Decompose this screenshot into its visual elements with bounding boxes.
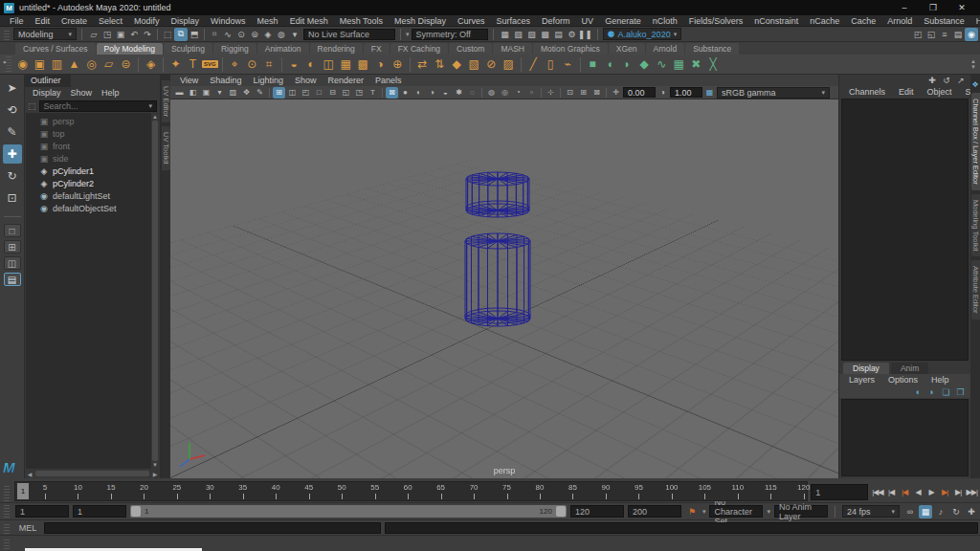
tool-settings-toggle-icon[interactable]: ◉ bbox=[965, 28, 978, 41]
shelf-tab-custom[interactable]: Custom bbox=[449, 43, 492, 55]
outliner-menu-display[interactable]: Display bbox=[29, 87, 65, 99]
layout-graph-icon[interactable]: ◱ bbox=[340, 87, 352, 99]
drag-grip[interactable] bbox=[4, 29, 10, 40]
fill-hole-icon[interactable]: ▦ bbox=[338, 56, 354, 73]
render-sequence-icon[interactable]: ▤ bbox=[552, 28, 566, 41]
zero-transform-icon[interactable]: ⌗ bbox=[261, 56, 278, 73]
character-controls-icon[interactable]: ◱ bbox=[924, 28, 938, 41]
hypershade-icon[interactable]: ▩ bbox=[539, 28, 552, 41]
outliner-search-input[interactable]: Search... ▾ bbox=[39, 100, 157, 112]
paint-select-tool[interactable]: ✎ bbox=[3, 122, 22, 142]
shaded-mode-icon[interactable]: ● bbox=[399, 87, 412, 99]
auto-key-icon[interactable]: ✚ bbox=[965, 505, 978, 518]
menu-windows[interactable]: Windows bbox=[205, 15, 252, 27]
viewport-menu-lighting[interactable]: Lighting bbox=[247, 75, 289, 86]
minimize-button[interactable]: – bbox=[890, 0, 919, 15]
select-component-icon[interactable]: ⬒ bbox=[188, 28, 201, 41]
shelf-tab-arnold[interactable]: Arnold bbox=[646, 43, 685, 55]
playback-end-field[interactable]: 120 bbox=[570, 505, 624, 518]
extrude-icon[interactable]: ⇄ bbox=[414, 56, 431, 73]
shelf-menu-icon[interactable]: ▪ bbox=[3, 57, 6, 67]
layout-outliner-icon[interactable]: ⊟ bbox=[326, 87, 339, 99]
quad-draw-icon[interactable]: ▧ bbox=[466, 56, 482, 73]
isolate-select-icon[interactable]: ◔ bbox=[512, 87, 524, 99]
shelf-tab-rendering[interactable]: Rendering bbox=[310, 43, 363, 55]
chevron-down-icon[interactable]: ▾ bbox=[767, 508, 770, 516]
menu-surfaces[interactable]: Surfaces bbox=[491, 15, 537, 27]
channel-box-menu-object[interactable]: Object bbox=[922, 86, 958, 98]
outliner-item-defaultobjectset[interactable]: ◉defaultObjectSet bbox=[26, 202, 159, 214]
snap-projected-center-icon[interactable]: ⊚ bbox=[248, 28, 261, 41]
bridge-icon[interactable]: ⇅ bbox=[432, 56, 448, 73]
layout-four-icon[interactable]: □ bbox=[313, 87, 325, 99]
boolean-icon[interactable]: ▨ bbox=[501, 56, 517, 73]
keyframe-icon[interactable]: ⚑ bbox=[685, 505, 699, 518]
snap-grid-icon[interactable]: ⌗ bbox=[208, 28, 221, 41]
command-input[interactable] bbox=[44, 522, 381, 534]
outliner-item-top[interactable]: ▣top bbox=[26, 127, 159, 140]
move-tool[interactable]: ✚ bbox=[3, 144, 22, 164]
uv-cut-icon[interactable]: ◖ bbox=[602, 56, 618, 73]
outliner-item-pcylinder1[interactable]: ◈pCylinder1 bbox=[26, 165, 159, 177]
move-layer-down-icon[interactable]: ◗ bbox=[925, 386, 938, 398]
color-management-icon[interactable]: ▦ bbox=[703, 87, 716, 99]
remesh-icon[interactable]: ▩ bbox=[355, 56, 371, 73]
close-button[interactable]: ✕ bbox=[947, 0, 976, 15]
menu-display[interactable]: Display bbox=[166, 15, 206, 27]
step-back-frame-button[interactable]: |◀ bbox=[885, 484, 898, 499]
frame-selected-icon[interactable]: ⊹ bbox=[545, 87, 557, 99]
animation-end-field[interactable]: 200 bbox=[628, 505, 681, 518]
layer-menu-layers[interactable]: Layers bbox=[843, 374, 880, 386]
scroll-right-icon[interactable]: ▶ bbox=[150, 471, 160, 477]
create-empty-layer-icon[interactable]: ❏ bbox=[940, 386, 952, 398]
type-text-icon[interactable]: T bbox=[185, 56, 201, 73]
sidebar-icon[interactable]: ❖ bbox=[971, 80, 978, 89]
pan-zoom-icon[interactable]: ✥ bbox=[240, 87, 253, 99]
viewport-menu-renderer[interactable]: Renderer bbox=[322, 75, 369, 86]
panel-tab-uv-editor[interactable]: UV Editor bbox=[162, 80, 170, 122]
channel-manip-icon[interactable]: ✚ bbox=[926, 76, 938, 86]
viewport-menu-panels[interactable]: Panels bbox=[369, 75, 408, 86]
save-scene-icon[interactable]: ▣ bbox=[114, 28, 127, 41]
poly-cylinder-icon[interactable]: ▥ bbox=[49, 56, 65, 73]
select-hierarchy-icon[interactable]: ⬚ bbox=[161, 28, 174, 41]
layout-four-pane[interactable]: ⊞ bbox=[4, 240, 21, 253]
combine-icon[interactable]: ◒ bbox=[286, 56, 302, 73]
poly-torus-icon[interactable]: ◎ bbox=[83, 56, 100, 73]
outliner-item-side[interactable]: ▣side bbox=[26, 152, 159, 165]
channel-box-toggle-icon[interactable]: ≡ bbox=[938, 28, 951, 41]
scale-tool[interactable]: ⊡ bbox=[3, 188, 22, 208]
shelf-tab-animation[interactable]: Animation bbox=[257, 43, 309, 55]
drag-grip[interactable] bbox=[4, 522, 10, 534]
xray-joints-icon[interactable]: ◎ bbox=[499, 87, 511, 99]
resolution-gate-icon[interactable]: ⊞ bbox=[577, 87, 590, 99]
smooth-icon[interactable]: ◑ bbox=[372, 56, 389, 73]
layout-text-icon[interactable]: T bbox=[367, 87, 379, 99]
character-set-dropdown[interactable]: No Character Set bbox=[709, 505, 763, 518]
command-language-toggle[interactable]: MEL bbox=[15, 523, 40, 533]
menu-curves[interactable]: Curves bbox=[452, 15, 491, 27]
menu-modify[interactable]: Modify bbox=[128, 15, 166, 27]
panel-tab-channel-box-layer-editor[interactable]: Channel Box / Layer Editor bbox=[971, 93, 980, 190]
shelf-tab-poly-modeling[interactable]: Poly Modeling bbox=[97, 43, 163, 55]
channel-speed-icon[interactable]: ↺ bbox=[941, 76, 952, 86]
current-frame-field[interactable]: 1 bbox=[811, 484, 868, 500]
menu-arnold[interactable]: Arnold bbox=[881, 15, 918, 27]
channel-box-menu-edit[interactable]: Edit bbox=[893, 86, 920, 98]
layout-two-icon[interactable]: ◫ bbox=[286, 87, 299, 99]
undo-icon[interactable]: ↶ bbox=[127, 28, 141, 41]
menu-nconstraint[interactable]: nConstraint bbox=[748, 15, 804, 27]
gate-mask-icon[interactable]: ⊠ bbox=[590, 87, 603, 99]
outliner-item-defaultlightset[interactable]: ◉defaultLightSet bbox=[26, 189, 159, 202]
attribute-editor-toggle-icon[interactable]: ▤ bbox=[951, 28, 965, 41]
chevron-down-icon[interactable]: ▾ bbox=[406, 31, 410, 38]
panel-tab-uv-toolkit[interactable]: UV Toolkit bbox=[162, 126, 170, 170]
ao-icon[interactable]: ✱ bbox=[453, 87, 465, 99]
set-to-origin-icon[interactable]: ⊙ bbox=[244, 56, 260, 73]
channel-graph-icon[interactable]: ↗ bbox=[955, 76, 967, 86]
shelf-tab-xgen[interactable]: XGen bbox=[609, 43, 645, 55]
exposure-icon[interactable]: ✛ bbox=[610, 87, 622, 99]
panel-tab-attribute-editor[interactable]: Attribute Editor bbox=[971, 260, 980, 320]
filter-icon[interactable]: ⬚ bbox=[28, 101, 36, 111]
menu-mesh-display[interactable]: Mesh Display bbox=[389, 15, 452, 27]
